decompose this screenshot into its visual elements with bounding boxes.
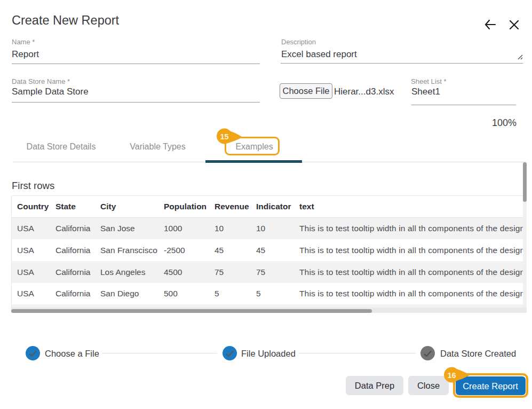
svg-text:15: 15 (220, 132, 228, 141)
svg-text:16: 16 (447, 371, 456, 380)
